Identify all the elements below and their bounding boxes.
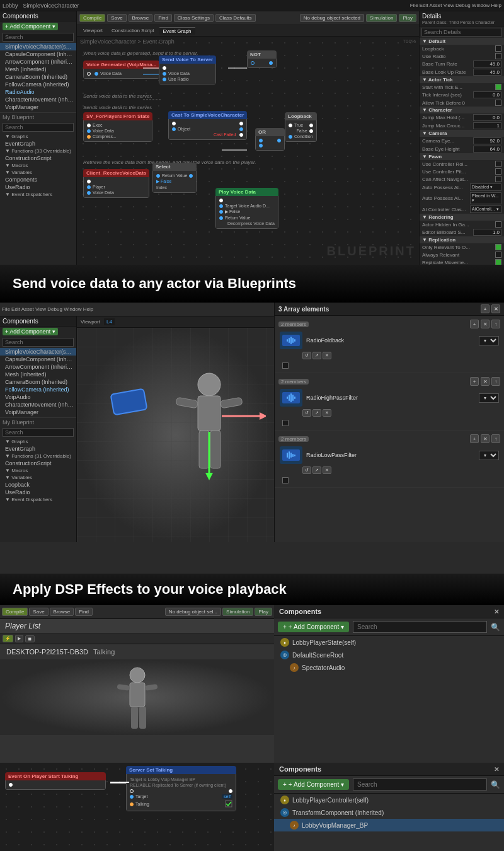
not-node[interactable]: NOT (247, 50, 277, 68)
pm-play-btn[interactable]: ▶ (15, 635, 23, 642)
components-var[interactable]: Components (0, 176, 76, 183)
details-search[interactable] (421, 28, 502, 37)
del-foldback-btn[interactable]: ✕ (481, 320, 490, 328)
or-node[interactable]: OR (255, 128, 285, 151)
tree-item-radio-audio[interactable]: RadioAudio (0, 88, 76, 96)
construction-script-item[interactable]: ConstructionScript (0, 154, 76, 162)
highpass-dropdown[interactable]: ▾ (479, 393, 499, 403)
dsp-bp-search[interactable] (3, 428, 74, 437)
del-highpass-btn[interactable]: ✕ (481, 377, 490, 386)
dsp-tree-mesh[interactable]: Mesh (Inherited) (0, 371, 76, 378)
player-sim-btn[interactable]: Simulation (222, 608, 253, 616)
loopback-checkbox[interactable] (495, 45, 501, 52)
simulation-button[interactable]: Simulation (366, 14, 397, 22)
add-lowpass-btn[interactable]: + (470, 434, 479, 443)
start-tick-checkbox[interactable] (495, 84, 501, 90)
lowpass-dropdown[interactable]: ▾ (479, 451, 499, 460)
class-settings-button[interactable]: Class Settings (174, 14, 214, 22)
base-eye-val[interactable]: 64.0 (473, 146, 501, 153)
player-save-btn[interactable]: Save (29, 608, 48, 616)
foldback-dropdown[interactable]: ▾ (479, 336, 499, 345)
tree-item-char-move[interactable]: CharacterMovement (Inherited) (0, 96, 76, 103)
server-set-talking-1[interactable]: Server Set Talking Target is Lobby Voip … (126, 766, 236, 811)
lowpass-ctrl-3[interactable]: ✕ (323, 466, 331, 474)
tick-interval-val[interactable]: 0.0 (473, 91, 501, 98)
transform-comp-item[interactable]: ◎ TransformComponent (Inherited) (274, 806, 504, 819)
ai-controller-dropdown[interactable]: AIControll... ▾ (470, 206, 501, 213)
search-icon-1[interactable]: 🔍 (491, 623, 500, 632)
base-lookup-val[interactable]: 45.0 (473, 69, 501, 76)
eye-height-val[interactable]: 92.0 (473, 137, 501, 144)
sv-forplayers-node[interactable]: SV_ForPlayers From State Exec Voice Data… (83, 112, 152, 142)
pm-compile-btn[interactable]: ⚡ (3, 635, 13, 642)
add-component-btn-1[interactable]: + + Add Component ▾ (278, 622, 349, 632)
event-start-talking[interactable]: Event On Player Start Talking (5, 772, 106, 790)
lobby-voip-item[interactable]: ♪ LobbyVoipManager_BP (274, 819, 504, 831)
useradio-var[interactable]: UseRadio (0, 183, 76, 191)
dsp-tab-viewport[interactable]: Viewport (77, 318, 104, 325)
foldback-ctrl-2[interactable]: ↗ (312, 352, 321, 359)
dsp-tab-l[interactable]: L4 (104, 318, 115, 325)
pm-stop-btn[interactable]: ⏹ (25, 635, 35, 642)
dsp-tree-arrow[interactable]: ArrowComponent (Inherited) (0, 363, 76, 371)
auto-possess-ai-dropdown[interactable]: Placed in W... ▾ (470, 192, 501, 204)
add-array-btn[interactable]: + (481, 304, 490, 313)
add-component-button[interactable]: + Add Component ▾ (3, 23, 58, 30)
comp-close-btn[interactable]: ✕ (494, 608, 499, 615)
dsp-tree-char-move[interactable]: CharacterMovement (Inherited) (0, 401, 76, 408)
search-icon-2[interactable]: 🔍 (491, 780, 500, 789)
player-browse-btn[interactable]: Browse (50, 608, 74, 616)
dsp-tree-voip[interactable]: VoipManager (0, 408, 76, 416)
use-radio-checkbox[interactable] (495, 53, 501, 59)
up-highpass-btn[interactable]: ↑ (491, 377, 500, 386)
bottom-comp-close-btn[interactable]: ✕ (494, 766, 499, 773)
player-play-btn[interactable]: Play (255, 608, 272, 616)
clear-array-btn[interactable]: ✕ (491, 304, 500, 313)
tab-event-graph[interactable]: Event Graph (159, 27, 195, 35)
default-scene-root-item[interactable]: ◎ DefaultSceneRoot (274, 649, 504, 661)
play-button[interactable]: Play (399, 14, 416, 22)
tree-item-capsule[interactable]: CapsuleComponent (Inherited) (0, 50, 76, 58)
base-turn-val[interactable]: 45.0 (473, 61, 501, 67)
player-find-btn[interactable]: Find (75, 608, 93, 616)
cast-node[interactable]: Cast To SimpleVoiceCharacter Object Cast… (168, 111, 247, 140)
tree-item-voip[interactable]: VoipManager (0, 103, 76, 111)
voice-generated-node[interactable]: Voice Generated (VoipMana... Voice Data (83, 61, 159, 79)
foldback-ctrl-1[interactable]: ↺ (302, 352, 311, 359)
browse-button[interactable]: Browse (129, 14, 153, 22)
actor-hidden-checkbox[interactable] (495, 221, 501, 228)
tree-item-arrow[interactable]: ArrowComponent (Inherited) (0, 58, 76, 66)
foldback-enabled-cb[interactable] (282, 362, 289, 369)
tree-item-camera-boom[interactable]: CameraBoom (Inherited) (0, 73, 76, 81)
tab-viewport[interactable]: Viewport (79, 27, 106, 34)
blueprint-search-input[interactable] (3, 123, 74, 132)
auto-possess-dropdown[interactable]: Disabled ▾ (470, 183, 501, 191)
save-button[interactable]: Save (107, 14, 126, 22)
dsp-tree-follow-cam[interactable]: FollowCamera (Inherited) (0, 386, 76, 393)
jump-hold-val[interactable]: 0.0 (473, 114, 501, 121)
highpass-ctrl-2[interactable]: ↗ (312, 409, 321, 417)
comp-search-1[interactable] (353, 621, 487, 633)
foldback-ctrl-3[interactable]: ✕ (323, 352, 331, 359)
del-lowpass-btn[interactable]: ✕ (481, 434, 490, 443)
highpass-ctrl-1[interactable]: ↺ (302, 409, 311, 417)
select-node[interactable]: Select Return Value ▶ False Index (152, 163, 197, 193)
lobby-player-state-item[interactable]: ♦ LobbyPlayerState(self) (274, 636, 504, 649)
lowpass-enabled-cb[interactable] (282, 477, 289, 483)
find-button[interactable]: Find (154, 14, 172, 22)
billboard-val[interactable]: 1.0 (473, 229, 501, 236)
dsp-var-useradio[interactable]: UseRadio (0, 489, 76, 496)
add-highpass-btn[interactable]: + (470, 377, 479, 386)
class-defaults-button[interactable]: Class Defaults (215, 14, 256, 22)
always-relevant-checkbox[interactable] (495, 252, 501, 258)
dsp-var-loopback[interactable]: Loopback (0, 481, 76, 489)
tree-item-follow-cam[interactable]: FollowCamera (Inherited) (0, 81, 76, 88)
loopback-node[interactable]: Loopback True False Condition (285, 112, 317, 142)
jump-count-val[interactable]: 1 (473, 122, 501, 129)
allow-tick-checkbox[interactable] (495, 100, 501, 106)
event-graph-item[interactable]: EventGraph (0, 140, 76, 148)
dsp-tree-capsule[interactable]: CapsuleComponent (Inherited) (0, 356, 76, 363)
dsp-tree-radio[interactable]: VoipAudio (0, 393, 76, 401)
add-foldback-btn[interactable]: + (470, 320, 479, 328)
dsp-component-search[interactable] (3, 338, 74, 347)
